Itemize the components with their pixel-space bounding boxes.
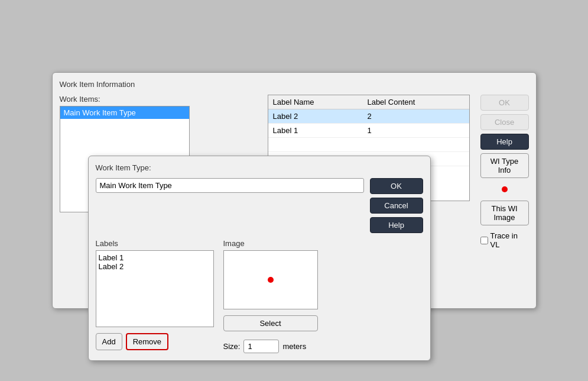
labels-box: Label 1 Label 2	[96, 250, 214, 327]
labels-label: Labels	[96, 239, 214, 248]
trace-in-vl-checkbox[interactable]	[480, 237, 488, 244]
main-dialog: Work Item Information Work Items: Main W…	[52, 72, 537, 309]
main-dialog-title: Work Item Information	[60, 80, 529, 89]
image-red-dot	[268, 277, 274, 283]
ok-button[interactable]: OK	[480, 95, 529, 111]
work-item-row[interactable]: Main Work Item Type	[60, 106, 189, 119]
label-name-cell: Label 2	[268, 109, 363, 124]
trace-in-vl-label: Trace in VL	[490, 231, 529, 249]
inner-help-button[interactable]: Help	[370, 217, 423, 233]
close-button[interactable]: Close	[480, 114, 529, 130]
labels-section: Labels Label 1 Label 2 Add Remove	[96, 239, 214, 350]
label-item[interactable]: Label 2	[99, 262, 211, 271]
inner-cancel-button[interactable]: Cancel	[370, 198, 423, 214]
label-name-cell: Label 1	[268, 124, 363, 138]
add-button[interactable]: Add	[96, 333, 122, 350]
label-item[interactable]: Label 1	[99, 253, 211, 262]
this-wi-image-button[interactable]: This WI Image	[480, 201, 529, 225]
label-content-cell: 2	[362, 109, 469, 124]
image-section: Image Select Size: meters	[223, 239, 318, 353]
table-row[interactable]: Label 1 1	[268, 124, 469, 138]
table-row[interactable]: Label 2 2	[268, 109, 469, 124]
size-unit: meters	[282, 342, 306, 351]
main-right-buttons: OK Close Help WI Type Info This WI Image…	[476, 95, 529, 249]
col-label-name: Label Name	[268, 95, 363, 109]
col-label-content: Label Content	[362, 95, 469, 109]
inner-dialog-title: Work Item Type:	[96, 163, 423, 172]
red-dot-indicator	[502, 186, 508, 192]
work-item-type-name-input[interactable]	[96, 178, 364, 193]
inner-ok-button[interactable]: OK	[370, 178, 423, 194]
work-items-label: Work Items:	[60, 95, 262, 104]
wi-type-info-button[interactable]: WI Type Info	[480, 153, 529, 178]
table-row-empty	[268, 138, 469, 152]
label-content-cell: 1	[362, 124, 469, 138]
image-box	[223, 250, 318, 309]
size-input[interactable]	[243, 340, 279, 353]
remove-button[interactable]: Remove	[126, 333, 168, 350]
select-button[interactable]: Select	[223, 315, 318, 331]
size-label: Size:	[223, 342, 241, 351]
image-label: Image	[223, 239, 245, 248]
help-button[interactable]: Help	[480, 134, 529, 150]
inner-dialog: Work Item Type: OK Cancel Help Labels La…	[88, 156, 431, 361]
